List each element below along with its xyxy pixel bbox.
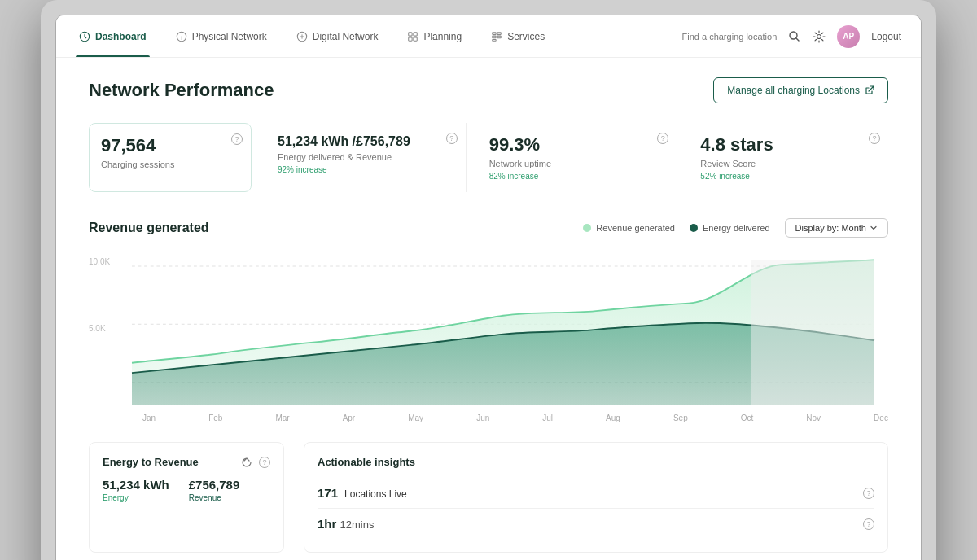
energy-card: Energy to Revenue ? 51,234 kWh Energy: [89, 442, 284, 553]
metric-label-review: Review Score: [700, 159, 869, 168]
insight-row-time: 1hr 12mins ?: [318, 509, 874, 539]
insight-locations-value: 171: [318, 486, 338, 500]
x-label-jun: Jun: [476, 413, 489, 422]
metric-energy-revenue: ? 51,234 kWh /£756,789 Energy delivered …: [252, 123, 466, 192]
metric-info-uptime[interactable]: ?: [657, 133, 668, 144]
energy-revenue-value: £756,789: [189, 478, 240, 492]
y-label-10k: 10.0K: [89, 257, 110, 266]
svg-rect-9: [497, 32, 501, 34]
x-label-dec: Dec: [874, 413, 888, 422]
x-label-feb: Feb: [208, 413, 222, 422]
nav-label-digital: Digital Network: [313, 31, 379, 42]
grid-icon-planning: [407, 31, 418, 42]
svg-rect-10: [493, 36, 496, 38]
legend-dot-energy: [690, 224, 698, 232]
insights-title: Actionable insights: [318, 456, 874, 468]
circle-i-icon: i: [176, 31, 187, 42]
metric-value-energy: 51,234 kWh /£756,789: [278, 134, 446, 149]
main-content: Network Performance Manage all charging …: [56, 58, 921, 560]
metric-value-uptime: 99.3%: [489, 134, 658, 155]
metric-charging-sessions: ? 97,564 Charging sessions: [89, 123, 252, 192]
chevron-down-icon: [870, 224, 878, 232]
legend-energy: Energy delivered: [690, 223, 770, 233]
x-label-mar: Mar: [275, 413, 289, 422]
energy-card-icons: ?: [241, 457, 270, 468]
nav-label-services: Services: [507, 31, 545, 42]
avatar[interactable]: AP: [837, 25, 860, 48]
metric-info-energy[interactable]: ?: [446, 133, 458, 144]
chart-legend: Revenue generated Energy delivered: [583, 223, 769, 233]
metric-label-energy: Energy delivered & Revenue: [278, 152, 446, 162]
metric-label-sessions: Charging sessions: [101, 160, 231, 169]
nav-find-text: Find a charging location: [682, 32, 778, 42]
svg-rect-4: [409, 32, 412, 35]
chart-header: Revenue generated Revenue generated Ener…: [89, 218, 888, 238]
energy-revenue-label: Revenue: [189, 493, 240, 502]
refresh-icon[interactable]: [241, 457, 252, 468]
bottom-section: Energy to Revenue ? 51,234 kWh Energy: [89, 442, 888, 553]
svg-rect-8: [493, 32, 496, 34]
gear-icon[interactable]: [813, 30, 826, 43]
metric-info-review[interactable]: ?: [869, 133, 880, 144]
insights-card: Actionable insights 171 Locations Live ?…: [304, 442, 888, 553]
nav-item-planning[interactable]: Planning: [404, 15, 465, 57]
nav-item-physical[interactable]: i Physical Network: [173, 15, 270, 57]
grid-icon-services: [491, 31, 502, 42]
legend-revenue: Revenue generated: [583, 223, 675, 233]
metric-label-uptime: Network uptime: [489, 159, 658, 168]
metric-change-uptime: 82% increase: [489, 172, 658, 181]
future-area: [751, 260, 874, 405]
x-label-aug: Aug: [606, 413, 620, 422]
external-link-icon: [865, 85, 874, 95]
display-by-button[interactable]: Display by: Month: [785, 218, 888, 238]
laptop-screen: Dashboard i Physical Network Digital Net…: [55, 15, 922, 560]
nav-label-physical: Physical Network: [192, 31, 267, 42]
x-label-sep: Sep: [673, 413, 688, 422]
energy-kwh-block: 51,234 kWh Energy: [103, 478, 169, 502]
y-label-5k: 5.0K: [89, 324, 106, 333]
svg-point-14: [817, 34, 821, 38]
svg-rect-5: [414, 32, 417, 35]
energy-card-title: Energy to Revenue: [103, 456, 199, 468]
energy-kwh-label: Energy: [103, 493, 169, 502]
svg-rect-11: [497, 36, 501, 38]
metrics-row: ? 97,564 Charging sessions ? 51,234 kWh …: [89, 123, 888, 192]
metric-value-sessions: 97,564: [101, 135, 231, 156]
insight-locations-label: Locations Live: [344, 488, 407, 500]
logout-button[interactable]: Logout: [871, 31, 901, 42]
nav-item-dashboard[interactable]: Dashboard: [76, 15, 150, 57]
svg-rect-6: [409, 37, 412, 40]
energy-info-icon[interactable]: ?: [259, 457, 270, 468]
svg-rect-7: [414, 37, 417, 40]
page-title: Network Performance: [89, 80, 274, 101]
x-label-apr: Apr: [343, 413, 356, 422]
insight-info-time[interactable]: ?: [863, 518, 874, 530]
search-icon[interactable]: [788, 30, 801, 43]
energy-kwh-value: 51,234 kWh: [103, 478, 169, 492]
x-label-jul: Jul: [542, 413, 553, 422]
laptop-outer: Dashboard i Physical Network Digital Net…: [41, 0, 936, 560]
chart-title: Revenue generated: [89, 221, 209, 235]
metric-change-review: 52% increase: [700, 172, 869, 181]
metric-info-sessions[interactable]: ?: [231, 133, 243, 145]
nav-item-services[interactable]: Services: [488, 15, 548, 57]
chart-section: Revenue generated Revenue generated Ener…: [89, 218, 888, 422]
chart-wrapper: 10.0K 5.0K: [89, 251, 888, 422]
svg-text:i: i: [181, 33, 182, 41]
clock-icon: [79, 31, 90, 42]
nav-label-planning: Planning: [423, 31, 462, 42]
metric-uptime: ? 99.3% Network uptime 82% increase: [466, 123, 677, 192]
manage-button[interactable]: Manage all charging Locations: [713, 77, 888, 103]
x-label-jan: Jan: [142, 413, 156, 422]
nav-item-digital[interactable]: Digital Network: [293, 15, 382, 57]
x-label-nov: Nov: [806, 413, 821, 422]
metric-value-review: 4.8 stars: [700, 134, 869, 155]
svg-rect-12: [493, 39, 496, 41]
legend-label-revenue: Revenue generated: [596, 223, 675, 233]
legend-dot-revenue: [583, 224, 591, 232]
digital-icon: [296, 31, 308, 42]
energy-card-header: Energy to Revenue ?: [103, 456, 270, 468]
metric-review: ? 4.8 stars Review Score 52% increase: [677, 123, 888, 192]
insight-row-locations: 171 Locations Live ?: [318, 478, 874, 509]
insight-info-locations[interactable]: ?: [863, 488, 874, 499]
